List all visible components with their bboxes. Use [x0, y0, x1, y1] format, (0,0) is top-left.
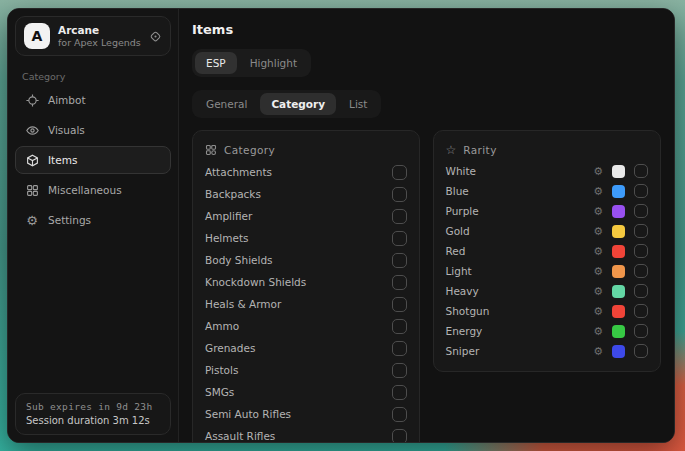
rarity-row: Sniper ⚙ — [446, 341, 648, 361]
rarity-panel-header: ☆ Rarity — [446, 139, 648, 161]
rarity-row: Shotgun ⚙ — [446, 301, 648, 321]
panels-row: Category Attachments Backpacks Amplifier… — [192, 130, 661, 442]
category-checkbox[interactable] — [392, 363, 407, 378]
category-checkbox[interactable] — [392, 275, 407, 290]
sidebar-item-miscellaneous[interactable]: Miscellaneous — [15, 176, 171, 204]
category-row: Attachments — [205, 161, 407, 183]
rarity-row-label: Energy — [446, 325, 594, 337]
target-icon[interactable] — [149, 30, 162, 43]
rarity-checkbox[interactable] — [634, 324, 648, 338]
eye-icon — [25, 124, 39, 137]
sidebar-item-visuals[interactable]: Visuals — [15, 116, 171, 144]
rarity-settings-gear-icon[interactable]: ⚙ — [593, 346, 603, 357]
app-logo-card: A Arcane for Apex Legends — [15, 16, 171, 56]
category-list: Attachments Backpacks Amplifier Helmets … — [205, 161, 407, 442]
sidebar-spacer — [15, 234, 171, 393]
rarity-checkbox[interactable] — [634, 284, 648, 298]
category-row-label: Amplifier — [205, 210, 392, 222]
rarity-color-swatch[interactable] — [612, 325, 625, 338]
rarity-checkbox[interactable] — [634, 344, 648, 358]
category-row-label: Knockdown Shields — [205, 276, 392, 288]
category-checkbox[interactable] — [392, 231, 407, 246]
category-row: Semi Auto Rifles — [205, 403, 407, 425]
category-grid-icon — [205, 144, 217, 156]
rarity-color-swatch[interactable] — [612, 225, 625, 238]
subscription-card: Sub expires in 9d 23h Session duration 3… — [15, 393, 171, 435]
rarity-settings-gear-icon[interactable]: ⚙ — [593, 286, 603, 297]
category-checkbox[interactable] — [392, 165, 407, 180]
rarity-row-label: Light — [446, 265, 594, 277]
tab-category[interactable]: Category — [260, 93, 336, 115]
tab-general[interactable]: General — [195, 93, 258, 115]
rarity-row-label: Red — [446, 245, 594, 257]
category-row-label: Assault Rifles — [205, 430, 392, 442]
category-checkbox[interactable] — [392, 297, 407, 312]
sidebar-item-label: Miscellaneous — [48, 184, 122, 196]
arcane-menu-window: A Arcane for Apex Legends Category Aimbo… — [7, 8, 675, 443]
sidebar-item-items[interactable]: Items — [15, 146, 171, 174]
category-row-label: SMGs — [205, 386, 392, 398]
category-row: Heals & Armor — [205, 293, 407, 315]
rarity-settings-gear-icon[interactable]: ⚙ — [593, 166, 603, 177]
category-checkbox[interactable] — [392, 253, 407, 268]
rarity-settings-gear-icon[interactable]: ⚙ — [593, 246, 603, 257]
rarity-checkbox[interactable] — [634, 264, 648, 278]
rarity-color-swatch[interactable] — [612, 265, 625, 278]
rarity-checkbox[interactable] — [634, 164, 648, 178]
rarity-row: Blue ⚙ — [446, 181, 648, 201]
category-row: Helmets — [205, 227, 407, 249]
sidebar-item-label: Visuals — [48, 124, 85, 136]
rarity-checkbox[interactable] — [634, 204, 648, 218]
sidebar-item-label: Items — [48, 154, 77, 166]
category-row-label: Semi Auto Rifles — [205, 408, 392, 420]
category-row-label: Helmets — [205, 232, 392, 244]
category-checkbox[interactable] — [392, 319, 407, 334]
rarity-settings-gear-icon[interactable]: ⚙ — [593, 266, 603, 277]
rarity-row: White ⚙ — [446, 161, 648, 181]
category-row-label: Pistols — [205, 364, 392, 376]
rarity-color-swatch[interactable] — [612, 165, 625, 178]
rarity-settings-gear-icon[interactable]: ⚙ — [593, 326, 603, 337]
rarity-checkbox[interactable] — [634, 244, 648, 258]
category-row: SMGs — [205, 381, 407, 403]
sidebar: A Arcane for Apex Legends Category Aimbo… — [8, 9, 179, 442]
rarity-settings-gear-icon[interactable]: ⚙ — [593, 226, 603, 237]
rarity-settings-gear-icon[interactable]: ⚙ — [593, 306, 603, 317]
rarity-settings-gear-icon[interactable]: ⚙ — [593, 186, 603, 197]
mode-option-highlight[interactable]: Highlight — [239, 52, 308, 74]
rarity-color-swatch[interactable] — [612, 245, 625, 258]
mode-option-esp[interactable]: ESP — [195, 52, 237, 74]
category-checkbox[interactable] — [392, 385, 407, 400]
rarity-panel: ☆ Rarity White ⚙ Blue ⚙ Purple ⚙ Gol — [433, 130, 661, 372]
category-checkbox[interactable] — [392, 429, 407, 443]
rarity-row-label: Gold — [446, 225, 594, 237]
sidebar-item-settings[interactable]: ⚙ Settings — [15, 206, 171, 234]
category-checkbox[interactable] — [392, 187, 407, 202]
rarity-checkbox[interactable] — [634, 304, 648, 318]
category-checkbox[interactable] — [392, 407, 407, 422]
rarity-row: Energy ⚙ — [446, 321, 648, 341]
category-checkbox[interactable] — [392, 341, 407, 356]
tab-list[interactable]: List — [338, 93, 378, 115]
rarity-color-swatch[interactable] — [612, 345, 625, 358]
star-icon: ☆ — [446, 144, 457, 156]
sidebar-item-aimbot[interactable]: Aimbot — [15, 86, 171, 114]
sidebar-item-label: Settings — [48, 214, 91, 226]
main-content: Items ESP Highlight General Category Lis… — [179, 9, 674, 442]
rarity-row-label: Blue — [446, 185, 594, 197]
category-row-label: Grenades — [205, 342, 392, 354]
rarity-color-swatch[interactable] — [612, 285, 625, 298]
rarity-color-swatch[interactable] — [612, 185, 625, 198]
rarity-panel-title: Rarity — [463, 144, 496, 156]
rarity-row-label: Sniper — [446, 345, 594, 357]
rarity-checkbox[interactable] — [634, 184, 648, 198]
rarity-color-swatch[interactable] — [612, 205, 625, 218]
rarity-settings-gear-icon[interactable]: ⚙ — [593, 206, 603, 217]
app-name: Arcane — [58, 24, 141, 37]
app-subtitle: for Apex Legends — [58, 37, 141, 49]
rarity-color-swatch[interactable] — [612, 305, 625, 318]
session-duration-text: Session duration 3m 12s — [26, 415, 160, 426]
game-backdrop: A Arcane for Apex Legends Category Aimbo… — [0, 0, 685, 451]
rarity-checkbox[interactable] — [634, 224, 648, 238]
category-checkbox[interactable] — [392, 209, 407, 224]
